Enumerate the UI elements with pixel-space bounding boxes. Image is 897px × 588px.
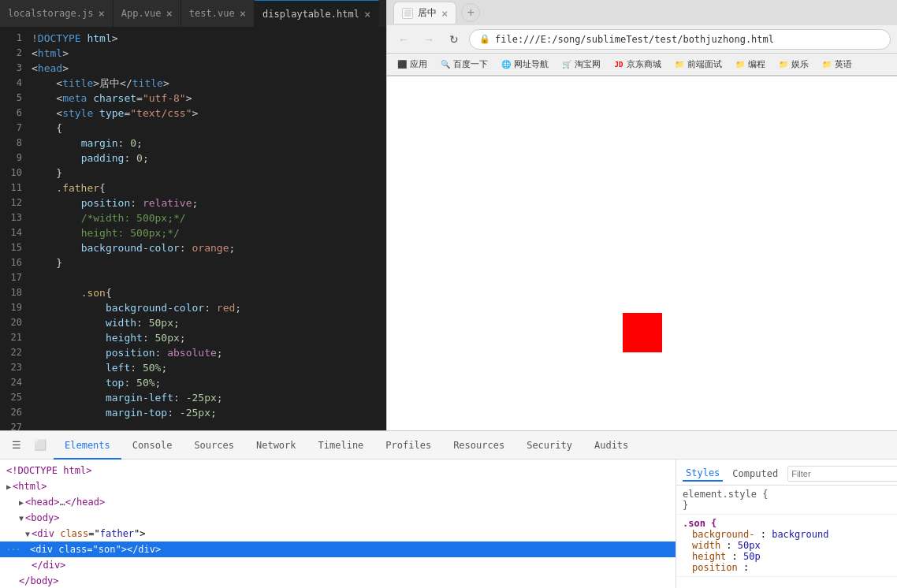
devtools-tab-resources[interactable]: Resources (442, 431, 515, 460)
browser-chrome: ⬜ 居中 × + ← → ↻ 🔒 file:///E:/song/sublime… (387, 0, 897, 76)
dom-line-father[interactable]: ▼ <div class =" father "> (0, 526, 676, 541)
line-content: /*width: 500px;*/ (32, 210, 386, 225)
dom-line-html[interactable]: ▶ <html> (0, 478, 676, 494)
editor-tab-close[interactable]: × (364, 9, 370, 20)
dom-line-son[interactable]: ··· <div class =" son "></div> (0, 541, 676, 557)
editor-tab-label: localstorage.js (8, 8, 93, 19)
bookmark-jd[interactable]: JD 京东商城 (610, 57, 664, 72)
dom-line-doctype[interactable]: <!DOCTYPE html> (0, 463, 676, 478)
line-content: background-color: orange; (32, 240, 386, 255)
bookmark-frontend[interactable]: 📁 前端面试 (671, 57, 725, 72)
code-line-1: 1!DOCTYPE html> (0, 31, 386, 46)
code-line-18: 18 .son{ (0, 285, 386, 300)
bookmark-apps[interactable]: ⬛ 应用 (393, 57, 430, 72)
styles-tab-styles[interactable]: Styles (683, 466, 723, 482)
dom-line-close-div[interactable]: </div> (0, 557, 676, 573)
dom-tree-panel: <!DOCTYPE html> ▶ <html> ▶ <head> … </he… (0, 460, 676, 588)
code-line-3: 3<head> (0, 61, 386, 76)
editor-tab-displaytable[interactable]: displaytable.html × (255, 0, 379, 28)
line-number: 26 (0, 405, 32, 420)
bookmark-label: 娱乐 (791, 58, 809, 70)
devtools-tab-security[interactable]: Security (515, 431, 583, 460)
dom-line-close-body[interactable]: </body> (0, 573, 676, 588)
devtools-tab-console[interactable]: Console (121, 431, 184, 460)
devtools-tab-network[interactable]: Network (245, 431, 307, 460)
page-icon: ⬜ (404, 9, 411, 17)
editor-tab-close[interactable]: × (240, 8, 246, 19)
code-line-7: 7 { (0, 121, 386, 136)
code-line-13: 13 /*width: 500px;*/ (0, 210, 386, 225)
devtools-inspect-btn[interactable]: ☰ (6, 435, 27, 456)
bookmark-taobao[interactable]: 🛒 淘宝网 (558, 57, 604, 72)
line-content: <title>居中</title> (32, 76, 386, 91)
code-line-23: 23 left: 50%; (0, 360, 386, 375)
reload-button[interactable]: ↻ (444, 29, 464, 50)
wangzhi-icon: 🌐 (501, 59, 512, 70)
lock-icon: 🔒 (479, 34, 490, 44)
dom-line-body[interactable]: ▼ <body> (0, 510, 676, 526)
son-background-prop: background- : background (683, 529, 891, 540)
editor-tab-testvue[interactable]: test.vue × (181, 0, 255, 28)
code-line-24: 24 top: 50%; (0, 375, 386, 390)
son-width-prop: width : 50px (683, 540, 891, 551)
code-line-26: 26 margin-top: -25px; (0, 405, 386, 420)
browser-tab-close-btn[interactable]: × (441, 7, 448, 20)
browser-titlebar: ⬜ 居中 × + (387, 0, 897, 25)
devtools-tab-sources[interactable]: Sources (183, 431, 245, 460)
line-number: 21 (0, 330, 32, 345)
line-number: 22 (0, 345, 32, 360)
line-content: margin-left: -25px; (32, 390, 386, 405)
line-content: width: 50px; (32, 315, 386, 330)
devtools-tab-timeline[interactable]: Timeline (307, 431, 375, 460)
back-button[interactable]: ← (393, 29, 414, 50)
devtools-tab-profiles[interactable]: Profiles (374, 431, 442, 460)
bookmark-yule[interactable]: 📁 娱乐 (775, 57, 812, 72)
taobao-icon: 🛒 (561, 59, 572, 70)
line-content: { (32, 121, 386, 136)
dom-line-head[interactable]: ▶ <head> … </head> (0, 494, 676, 510)
editor-tab-close[interactable]: × (166, 8, 172, 19)
bookmarks-bar: ⬛ 应用 🔍 百度一下 🌐 网址导航 🛒 淘宝网 JD 京东商城 📁 前端面 (387, 54, 897, 76)
new-tab-button[interactable]: + (461, 3, 480, 22)
bookmark-label: 编程 (748, 58, 765, 70)
line-number: 14 (0, 225, 32, 240)
line-content: height: 500px;*/ (32, 225, 386, 240)
line-number: 12 (0, 195, 32, 210)
line-content: } (32, 255, 386, 270)
devtools-responsive-btn[interactable]: ⬜ (30, 435, 50, 456)
devtools-content: <!DOCTYPE html> ▶ <html> ▶ <head> … </he… (0, 460, 897, 588)
devtools-tab-audits[interactable]: Audits (583, 431, 639, 460)
forward-button[interactable]: → (419, 29, 439, 50)
code-line-25: 25 margin-left: -25px; (0, 390, 386, 405)
line-number: 16 (0, 255, 32, 270)
element-style-header: element.style { (683, 489, 891, 500)
line-number: 3 (0, 61, 32, 76)
styles-tab-computed[interactable]: Computed (729, 467, 781, 481)
line-number: 11 (0, 180, 32, 195)
devtools-panel: ☰ ⬜ Elements Console Sources Network Tim… (0, 430, 897, 588)
son-height-prop: height : 50p (683, 551, 891, 562)
bookmark-label: 应用 (410, 58, 427, 70)
bookmark-baidu[interactable]: 🔍 百度一下 (437, 57, 491, 72)
url-text: file:///E:/song/sublimeTest/test/bothjuz… (495, 34, 774, 45)
url-bar[interactable]: 🔒 file:///E:/song/sublimeTest/test/bothj… (469, 29, 891, 50)
line-number: 17 (0, 270, 32, 285)
devtools-tab-elements[interactable]: Elements (54, 431, 121, 460)
editor-tab-localstorage[interactable]: localstorage.js × (0, 0, 114, 28)
line-number: 25 (0, 390, 32, 405)
line-number: 10 (0, 166, 32, 180)
bookmark-wangzhi[interactable]: 🌐 网址导航 (497, 57, 552, 72)
editor-tab-close[interactable]: × (98, 8, 104, 19)
bookmark-biancheng[interactable]: 📁 编程 (731, 57, 769, 72)
son-div (623, 313, 662, 352)
bookmark-yingyu[interactable]: 📁 英语 (818, 57, 855, 72)
son-position-prop: position : (683, 562, 891, 573)
code-line-21: 21 height: 50px; (0, 330, 386, 345)
editor-tab-appvue[interactable]: App.vue × (114, 0, 181, 28)
styles-filter-input[interactable] (787, 466, 897, 482)
browser-tab[interactable]: ⬜ 居中 × (393, 2, 456, 24)
styles-panel: Styles Computed element.style { } .son { (676, 460, 897, 588)
code-line-5: 5 <meta charset="utf-8"> (0, 91, 386, 106)
styles-toolbar: Styles Computed (676, 463, 897, 486)
line-content: } (32, 166, 386, 180)
